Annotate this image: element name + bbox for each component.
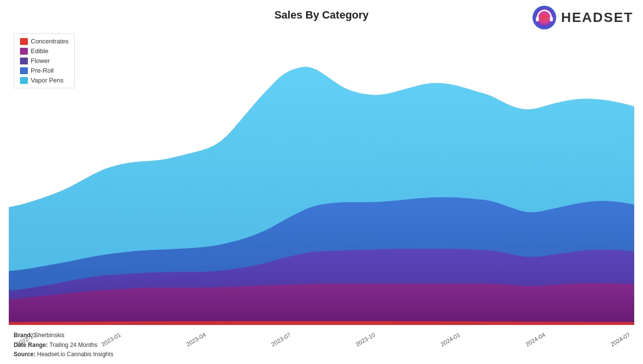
legend-swatch-concentrates <box>20 38 28 45</box>
legend-item-vaporpens: Vapor Pens <box>20 77 68 84</box>
legend-swatch-flower <box>20 58 28 64</box>
legend-item-preroll: Pre-Roll <box>20 67 68 74</box>
xaxis-label-7: 2024-07 <box>609 331 631 348</box>
xaxis-label-3: 2023-07 <box>270 331 291 348</box>
legend-item-edible: Edible <box>20 47 68 55</box>
footer-date-line: Date Range: Trailing 24 Months <box>14 341 113 350</box>
xaxis-label-6: 2024-04 <box>524 331 546 348</box>
legend-swatch-vaporpens <box>20 77 28 84</box>
xaxis-label-5: 2024-01 <box>439 331 461 348</box>
legend-swatch-preroll <box>20 67 28 74</box>
chart-svg <box>9 30 634 325</box>
legend-item-concentrates: Concentrates <box>20 38 68 45</box>
legend-label-preroll: Pre-Roll <box>31 67 54 74</box>
xaxis-label-4: 2023-10 <box>354 331 376 348</box>
footer-brand-value: Sherbinskis <box>34 332 64 339</box>
page-container: HEADSET Sales By Category Concentrates E… <box>0 0 643 364</box>
footer-brand-label: Brand: <box>14 332 33 339</box>
legend-item-flower: Flower <box>20 57 68 64</box>
legend-swatch-edible <box>20 48 28 55</box>
chart-area <box>9 30 634 325</box>
legend-label-flower: Flower <box>31 57 50 64</box>
chart-title: Sales By Category <box>0 9 643 21</box>
footer-date-label: Date Range: <box>14 342 48 348</box>
chart-legend: Concentrates Edible Flower Pre-Roll Vapo… <box>14 33 75 88</box>
footer-info: Brand: Sherbinskis Date Range: Trailing … <box>14 331 113 359</box>
xaxis-label-2: 2023-04 <box>185 331 207 348</box>
footer-date-value: Trailing 24 Months <box>49 342 97 348</box>
legend-label-concentrates: Concentrates <box>31 38 68 45</box>
legend-label-vaporpens: Vapor Pens <box>31 77 63 84</box>
footer-source-value: Headset.io Cannabis Insights <box>37 351 113 358</box>
footer-source-line: Source: Headset.io Cannabis Insights <box>14 350 113 359</box>
legend-label-edible: Edible <box>31 47 48 55</box>
footer-source-label: Source: <box>14 351 36 358</box>
footer-brand-line: Brand: Sherbinskis <box>14 331 113 340</box>
